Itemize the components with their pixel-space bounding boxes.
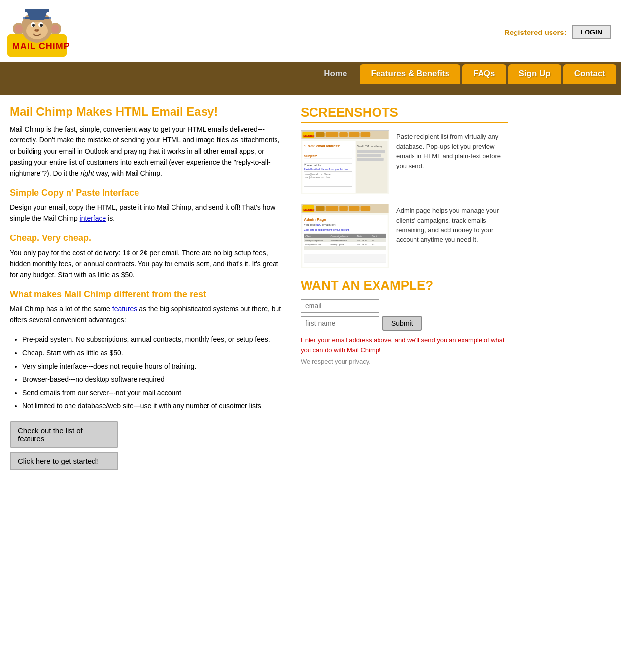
svg-text:Paste Emails & Names from your: Paste Emails & Names from your list here [304, 168, 348, 171]
svg-text:Sent: Sent [372, 235, 377, 238]
svg-text:MChimp: MChimp [303, 134, 315, 137]
nav-bar: Home Features & Benefits FAQs Sign Up Co… [0, 62, 621, 86]
svg-rect-40 [357, 150, 385, 153]
login-button[interactable]: LOGIN [572, 25, 611, 39]
svg-rect-23 [316, 132, 325, 137]
privacy-note: We respect your privacy. [301, 358, 508, 365]
svg-text:150: 150 [372, 239, 375, 242]
svg-rect-51 [361, 206, 371, 211]
svg-point-6 [51, 25, 59, 33]
screenshot-thumb-2: MChimp Admin Page You have 500 emails le… [301, 204, 389, 268]
svg-rect-26 [349, 132, 360, 137]
svg-text:Click here to add payment to y: Click here to add payment to your accoun… [304, 229, 349, 231]
svg-rect-47 [316, 206, 325, 211]
email-row [301, 299, 508, 313]
svg-rect-48 [326, 206, 339, 211]
example-note: Enter your email address above, and we'l… [301, 336, 508, 355]
nav-contact[interactable]: Contact [563, 64, 616, 84]
nav-faqs[interactable]: FAQs [462, 64, 506, 84]
svg-rect-25 [339, 132, 348, 137]
svg-text:Your email list: Your email list [304, 164, 322, 167]
svg-rect-24 [326, 132, 339, 137]
email-input[interactable] [301, 299, 380, 313]
svg-text:Send HTML email easy: Send HTML email easy [357, 145, 382, 148]
example-form: Submit [301, 299, 508, 331]
intro-text: Mail Chimp is the fast, simple, convenie… [10, 124, 286, 179]
svg-text:user@domain.com: user@domain.com [305, 243, 322, 246]
svg-text:200: 200 [372, 243, 375, 246]
svg-text:Date: Date [357, 235, 363, 238]
example-title: WANT AN EXAMPLE? [301, 278, 508, 293]
screenshot-desc-1: Paste recipient list from virtually any … [396, 130, 508, 170]
section-text-copy: Design your email, copy the HTML, paste … [10, 202, 286, 224]
svg-text:2007-06-15: 2007-06-15 [357, 243, 368, 246]
svg-text:Summer Newsletter: Summer Newsletter [330, 239, 347, 242]
list-item: Very simple interface---does not require… [22, 361, 286, 371]
section-text-different: Mail Chimp has a lot of the same feature… [10, 303, 286, 326]
svg-text:Subject:: Subject: [304, 154, 317, 158]
nav-features[interactable]: Features & Benefits [360, 64, 460, 84]
logo-svg: MAiL CHiMP [5, 5, 69, 59]
svg-point-10 [32, 24, 35, 27]
svg-text:2007-06-22: 2007-06-22 [357, 239, 367, 242]
svg-text:client@example.com: client@example.com [305, 239, 323, 242]
right-column: SCREENSHOTS MChimp [301, 105, 508, 474]
logo-area: MAiL CHiMP [5, 5, 69, 59]
svg-rect-27 [361, 132, 371, 137]
list-item: Not limited to one database/web site---u… [22, 401, 286, 411]
svg-rect-30 [304, 149, 352, 154]
svg-rect-65 [304, 250, 386, 254]
svg-rect-15 [25, 9, 49, 12]
features-link[interactable]: features [112, 305, 138, 313]
svg-rect-41 [357, 154, 381, 157]
svg-rect-64 [304, 246, 386, 250]
svg-text:"From" email address:: "From" email address: [304, 144, 340, 148]
screenshots-title: SCREENSHOTS [301, 105, 508, 123]
svg-rect-18 [25, 17, 49, 19]
section-title-copy: Simple Copy n' Paste Interface [10, 188, 286, 198]
header: MAiL CHiMP [0, 0, 621, 59]
svg-rect-42 [357, 158, 384, 161]
svg-rect-38 [356, 141, 388, 193]
get-started-button[interactable]: Click here to get started! [10, 452, 118, 470]
svg-point-13 [35, 30, 37, 31]
interface-link[interactable]: interface [80, 214, 106, 222]
section-title-different: What makes Mail Chimp different from the… [10, 289, 286, 300]
features-button[interactable]: Check out the list of features [10, 421, 118, 448]
svg-rect-50 [349, 206, 360, 211]
svg-text:You have 500 emails left: You have 500 emails left [304, 223, 335, 226]
svg-point-11 [40, 24, 43, 27]
example-section: WANT AN EXAMPLE? Submit Enter your email… [301, 278, 508, 365]
registered-label: Registered users: [504, 28, 567, 36]
svg-rect-32 [304, 159, 352, 164]
main-title: Mail Chimp Makes HTML Email Easy! [10, 105, 286, 119]
svg-rect-49 [339, 206, 348, 211]
submit-button[interactable]: Submit [382, 316, 422, 331]
firstname-input[interactable] [301, 316, 380, 330]
brown-bar [0, 86, 621, 95]
svg-text:Campaign Name: Campaign Name [330, 235, 348, 238]
svg-point-4 [15, 25, 23, 33]
nav-home[interactable]: Home [313, 64, 358, 84]
svg-text:MChimp: MChimp [303, 208, 315, 211]
svg-text:name@email.com Name: name@email.com Name [304, 173, 330, 176]
list-item: Cheap. Start with as little as $50. [22, 348, 286, 358]
svg-point-14 [37, 30, 39, 31]
list-item: Browser-based---no desktop software requ… [22, 374, 286, 385]
screenshot-row-2: MChimp Admin Page You have 500 emails le… [301, 204, 508, 268]
screenshot-thumb-1: MChimp "From" email address: Subject: Yo… [301, 130, 389, 194]
svg-text:Client: Client [305, 235, 311, 238]
main-content: Mail Chimp Makes HTML Email Easy! Mail C… [0, 95, 621, 484]
nav-signup[interactable]: Sign Up [508, 64, 561, 84]
svg-text:user@domain.com User: user@domain.com User [304, 176, 330, 179]
section-text-cheap: You only pay for the cost of delivery: 1… [10, 247, 286, 280]
screenshot-desc-2: Admin page helps you manage your clients… [396, 204, 508, 244]
svg-text:Monthly Update: Monthly Update [330, 243, 344, 246]
list-item: Send emails from our server---not your m… [22, 388, 286, 398]
svg-text:MAiL CHiMP: MAiL CHiMP [12, 41, 69, 51]
list-item: Pre-paid system. No subscriptions, annua… [22, 335, 286, 345]
registered-area: Registered users: LOGIN [504, 25, 611, 39]
left-column: Mail Chimp Makes HTML Email Easy! Mail C… [10, 105, 286, 474]
screenshot-row-1: MChimp "From" email address: Subject: Yo… [301, 130, 508, 194]
section-title-cheap: Cheap. Very cheap. [10, 233, 286, 243]
